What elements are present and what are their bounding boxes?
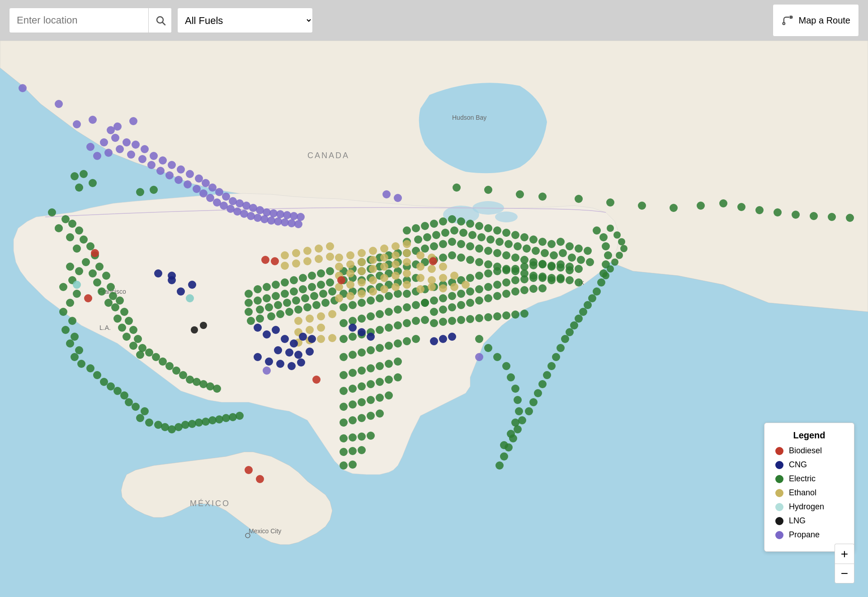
svg-point-441 (846, 214, 854, 222)
search-button[interactable] (148, 8, 172, 33)
svg-point-306 (502, 278, 510, 287)
svg-point-29 (109, 292, 117, 300)
svg-point-566 (55, 100, 63, 108)
svg-point-448 (403, 240, 411, 248)
svg-point-598 (358, 328, 366, 336)
svg-point-167 (532, 247, 540, 255)
svg-point-161 (477, 233, 486, 241)
svg-point-492 (292, 249, 300, 257)
svg-point-285 (466, 274, 474, 282)
svg-point-53 (213, 385, 221, 393)
svg-point-522 (186, 170, 194, 178)
svg-point-168 (541, 249, 549, 257)
legend-item: LNG (775, 516, 843, 526)
svg-point-329 (484, 294, 492, 302)
svg-point-521 (177, 165, 185, 174)
svg-point-316 (367, 312, 375, 320)
svg-point-581 (272, 326, 280, 334)
svg-point-396 (385, 391, 393, 400)
svg-point-47 (172, 367, 180, 375)
svg-point-565 (19, 84, 27, 92)
svg-point-577 (177, 287, 185, 296)
svg-point-201 (500, 452, 508, 461)
svg-point-126 (285, 308, 293, 316)
map-route-button[interactable]: Map a Route (773, 4, 859, 37)
svg-point-43 (136, 351, 144, 359)
svg-point-74 (125, 398, 133, 406)
svg-point-34 (113, 315, 122, 323)
svg-point-452 (369, 256, 377, 264)
svg-point-12 (48, 208, 56, 216)
svg-point-421 (75, 183, 83, 192)
zoom-out-button[interactable]: − (835, 564, 854, 583)
svg-point-381 (376, 362, 384, 370)
svg-point-549 (193, 185, 201, 193)
svg-point-194 (534, 389, 542, 397)
legend-dot (775, 503, 783, 511)
svg-point-33 (120, 308, 128, 316)
svg-point-444 (358, 249, 366, 257)
svg-point-541 (116, 145, 124, 153)
svg-point-291 (520, 263, 528, 271)
legend-dot (775, 447, 783, 455)
zoom-in-button[interactable]: + (835, 544, 854, 564)
svg-point-612 (73, 281, 81, 289)
svg-point-606 (261, 256, 269, 264)
svg-point-349 (457, 316, 465, 324)
svg-point-207 (439, 240, 447, 248)
svg-point-46 (165, 362, 174, 370)
svg-point-485 (450, 272, 458, 280)
map-svg: CANADA MÉXICO Hudson Bay Mexico City Fra… (0, 41, 868, 597)
svg-point-511 (328, 334, 336, 342)
svg-point-364 (507, 430, 515, 438)
svg-point-104 (263, 294, 271, 302)
svg-point-147 (538, 238, 547, 246)
svg-point-48 (179, 371, 187, 379)
svg-point-496 (281, 262, 289, 270)
svg-point-215 (511, 254, 519, 262)
svg-point-403 (349, 433, 357, 442)
svg-point-388 (376, 378, 384, 386)
svg-point-42 (145, 348, 153, 357)
svg-point-460 (380, 263, 388, 271)
svg-point-592 (276, 360, 284, 368)
svg-point-413 (618, 238, 625, 245)
svg-point-307 (511, 276, 519, 284)
svg-point-143 (502, 229, 510, 237)
fuel-type-select[interactable]: All FuelsBiodieselCNGElectricEthanolHydr… (177, 8, 313, 33)
svg-point-596 (154, 269, 162, 277)
svg-point-17 (66, 233, 74, 241)
svg-point-323 (430, 308, 438, 316)
svg-point-447 (392, 242, 400, 250)
svg-point-261 (575, 278, 583, 287)
location-search-input[interactable] (9, 14, 148, 26)
svg-point-313 (340, 319, 348, 327)
svg-point-498 (303, 257, 311, 265)
svg-point-303 (475, 285, 483, 293)
svg-point-148 (547, 240, 556, 248)
svg-point-436 (755, 206, 764, 214)
svg-point-86 (202, 418, 210, 426)
svg-point-472 (358, 290, 366, 298)
svg-point-209 (457, 240, 465, 248)
svg-point-427 (516, 190, 524, 198)
svg-point-7 (495, 212, 518, 222)
svg-point-196 (525, 407, 533, 415)
svg-point-181 (593, 287, 601, 296)
svg-point-547 (175, 176, 183, 184)
svg-point-141 (484, 224, 492, 232)
map-container[interactable]: CANADA MÉXICO Hudson Bay Mexico City Fra… (0, 41, 868, 597)
svg-point-512 (86, 143, 94, 151)
svg-point-573 (394, 194, 402, 202)
svg-point-401 (376, 409, 384, 418)
svg-point-455 (403, 249, 411, 257)
svg-point-484 (439, 274, 447, 282)
svg-point-497 (292, 259, 300, 268)
svg-point-518 (150, 152, 158, 160)
svg-point-601 (439, 335, 447, 343)
svg-point-589 (306, 348, 314, 356)
legend-item: Biodiesel (775, 446, 843, 456)
svg-point-359 (507, 373, 515, 381)
svg-point-274 (367, 296, 375, 305)
svg-point-390 (394, 373, 402, 381)
